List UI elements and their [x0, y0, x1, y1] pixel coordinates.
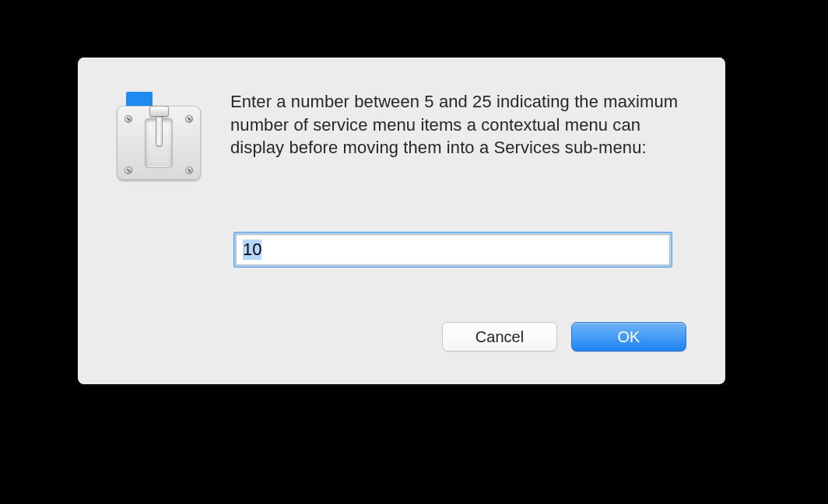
switch-stick [156, 112, 163, 146]
screw-icon [185, 115, 193, 123]
dialog-top-row: Enter a number between 5 and 25 indicati… [112, 87, 694, 185]
screw-icon [125, 166, 132, 174]
number-input[interactable] [236, 234, 670, 265]
cancel-button[interactable]: Cancel [442, 322, 557, 352]
screw-icon [125, 115, 132, 123]
dialog-content: Enter a number between 5 and 25 indicati… [78, 58, 725, 384]
ok-button-label: OK [618, 328, 640, 346]
cancel-button-label: Cancel [475, 328, 524, 346]
input-focus-ring [233, 232, 672, 268]
switch-knob [149, 106, 169, 117]
dialog-buttons: Cancel OK [442, 322, 686, 352]
dialog-prompt: Enter a number between 5 and 25 indicati… [230, 87, 694, 185]
focus-ring [233, 232, 672, 268]
stage: Enter a number between 5 and 25 indicati… [0, 0, 828, 504]
screw-icon [185, 166, 193, 174]
switch-plate-icon [112, 92, 205, 185]
ok-button[interactable]: OK [571, 322, 686, 352]
dialog-sheet: Enter a number between 5 and 25 indicati… [78, 58, 725, 384]
